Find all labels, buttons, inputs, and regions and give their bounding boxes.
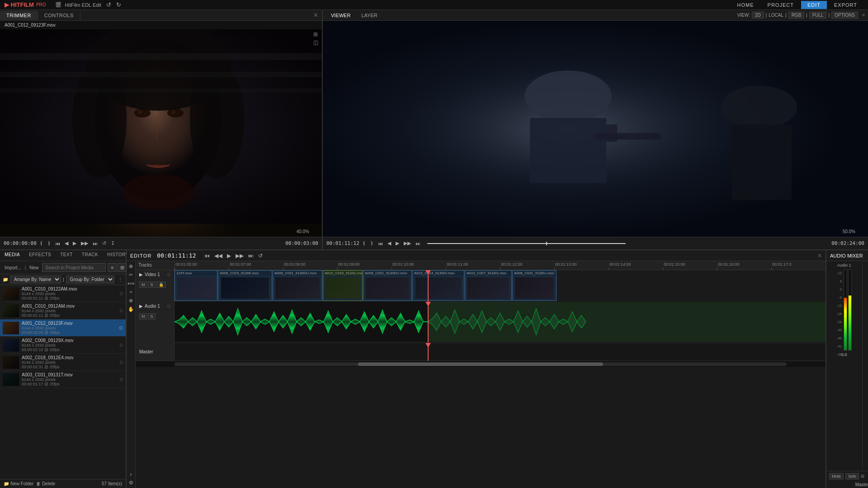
full-btn[interactable]: FULL [809,12,826,19]
view-2d-btn[interactable]: 2D [752,12,764,19]
next-frame-btn[interactable]: ⏭ [91,240,99,247]
video-lock-btn[interactable]: 🔒 [156,282,166,288]
ed-back-btn[interactable]: ◀◀ [213,253,224,259]
tool-audio-sync[interactable]: ♪ [129,471,133,478]
tool-select[interactable]: ⊕ [128,263,134,270]
media-item[interactable]: A002_C008_09129X.mov 6144 x 2592 pixels … [0,337,126,354]
prog-step-back[interactable]: ◀ [386,239,392,247]
fader-track-r[interactable] [848,269,852,351]
solo-button[interactable]: Solo [845,473,859,479]
tool-rate[interactable]: ≈ [128,289,133,296]
clip-item[interactable]: A008_C031_913DU.mov [512,270,557,301]
tool-slip[interactable]: ⟺ [127,280,136,287]
tab-viewer[interactable]: VIEWER [326,11,356,19]
tab-media[interactable]: MEDIA [0,250,24,261]
tab-text[interactable]: TEXT [56,250,77,261]
prev-frame-btn[interactable]: ⏮ [54,240,61,247]
media-item[interactable]: A001_C010_0912AM.mov 6144 x 2592 pixels … [0,302,126,319]
media-item[interactable]: A002_C018_0912E4.mov 6144 x 2592 pixels … [0,354,126,371]
nav-export[interactable]: EXPORT [828,1,863,9]
group-dropdown[interactable]: Group By: Folder [66,276,114,283]
source-viewer: TRIMMER CONTROLS ✕ A001_C012_09123F.mov [0,10,323,249]
tool-zoom[interactable]: ⊕ [128,297,134,304]
prog-mark-in[interactable]: ⦗ [361,239,367,247]
scrollbar-thumb[interactable] [358,362,603,366]
clip-item[interactable]: A006_C019_91286.mov [218,270,272,301]
timeline-ruler[interactable]: 00:01:05:00 00:01:07:00 00:01:08:00 00:0… [175,261,826,270]
source-viewer-close[interactable]: ✕ [310,12,322,19]
mark-out-btn[interactable]: ⦘ [46,239,52,247]
media-item[interactable]: A001_C010_09122AM.mov 6144 x 2592 pixels… [0,285,126,302]
options-btn[interactable]: OPTIONS [831,12,858,19]
nav-home[interactable]: HOME [731,1,760,9]
audio-mute-btn[interactable]: M [139,313,147,319]
tab-trimmer[interactable]: TRIMMER [0,11,38,20]
media-search-input[interactable] [42,263,106,272]
channel-1-value: 0.0 [841,352,847,357]
mark-in-btn[interactable]: ⦗ [38,239,44,247]
audio-track-options[interactable]: ⊙ [167,304,170,309]
prog-prev-frame[interactable]: ⏮ [377,240,384,247]
media-item-selected[interactable]: A001_C012_09123F.mov 6144 x 2592 pixels … [0,319,126,337]
step-fwd-btn[interactable]: ▶▶ [80,239,90,247]
clip-item[interactable]: A008_C031_9130DU.mov [273,270,322,301]
video-track-options[interactable]: ⊙ [167,272,170,277]
loop-btn[interactable]: ↺ [101,239,108,247]
rgb-btn[interactable]: RGB [788,12,805,19]
tab-track[interactable]: TRACK [77,250,103,261]
scrollbar-track[interactable] [175,362,787,366]
prog-next-frame[interactable]: ⏭ [414,240,422,247]
ed-fwd-btn[interactable]: ▶▶ [234,253,245,259]
master-playhead [428,343,429,361]
tab-layer[interactable]: LAYER [356,11,382,19]
new-button[interactable]: New [28,264,40,271]
timeline-scrollbar[interactable] [136,361,826,367]
audio-track-toggle[interactable]: ▶ [139,304,143,309]
thumb-img [3,339,19,352]
ed-loop-btn[interactable]: ↺ [257,253,264,259]
tool-pan[interactable]: ✋ [127,306,135,313]
clip-item[interactable]: 124T.mov [175,270,217,301]
editor-close[interactable]: ✕ [817,253,822,259]
video-mute-btn[interactable]: M [139,282,147,288]
tab-controls[interactable]: CONTROLS [38,11,80,20]
audio-waveform[interactable] [175,302,826,342]
list-view-btn[interactable]: ≡ [108,263,117,272]
step-back-btn[interactable]: ◀ [63,239,70,247]
arrange-dropdown[interactable]: Arrange By: Name [10,276,61,283]
redo-button[interactable]: ↻ [115,1,123,8]
tool-settings[interactable]: ⚙ [128,479,134,486]
play-btn[interactable]: ▶ [71,239,78,247]
audio-solo-btn[interactable]: S [148,313,156,319]
source-viewer-tabs: TRIMMER CONTROLS ✕ [0,10,322,21]
clip-item[interactable]: A010_C007_913AS.mov [465,270,512,301]
video-solo-btn[interactable]: S [148,282,156,288]
delete-btn[interactable]: 🗑 Delete [36,481,55,486]
clip-item-active[interactable]: A010_C016_9133U.mov [323,270,363,301]
prog-step-fwd[interactable]: ▶▶ [402,239,412,247]
prog-close-btn[interactable]: ✕ [862,13,865,18]
grid-view-btn[interactable]: ⊞ [118,263,127,272]
mute-button[interactable]: Mute [829,473,844,479]
prog-playbar[interactable] [427,243,626,244]
tab-effects[interactable]: EFFECTS [24,250,56,261]
ruler-mark: 00:01:09:00 [337,262,392,270]
insert-btn[interactable]: ↧ [109,239,116,247]
nav-project[interactable]: PROJECT [761,1,800,9]
tool-razor[interactable]: ✂ [128,272,134,278]
prog-play[interactable]: ▶ [394,239,401,247]
prog-mark-out[interactable]: ⦘ [369,239,375,247]
ed-prev-btn[interactable]: ⏮ [203,253,211,259]
new-folder-btn[interactable]: 📁 New Folder [4,481,33,486]
nav-edit[interactable]: EDIT [801,1,827,9]
import-button[interactable]: Import... [3,264,23,271]
media-item[interactable]: A003_C031_09131T.mov 6144 x 2592 pixels … [0,371,126,388]
arrange-options-btn[interactable]: ⋮ [116,276,124,283]
fader-track-l[interactable] [844,269,847,351]
ed-play-btn[interactable]: ▶ [226,253,232,259]
clip-item[interactable]: A008_C031_9130DU.mov [363,270,412,301]
undo-button[interactable]: ↺ [105,1,113,8]
clip-item[interactable]: A010_C014_913WV.mov [412,270,464,301]
ed-next-btn[interactable]: ⏭ [247,253,255,259]
video-track-toggle[interactable]: ▶ [139,272,143,277]
